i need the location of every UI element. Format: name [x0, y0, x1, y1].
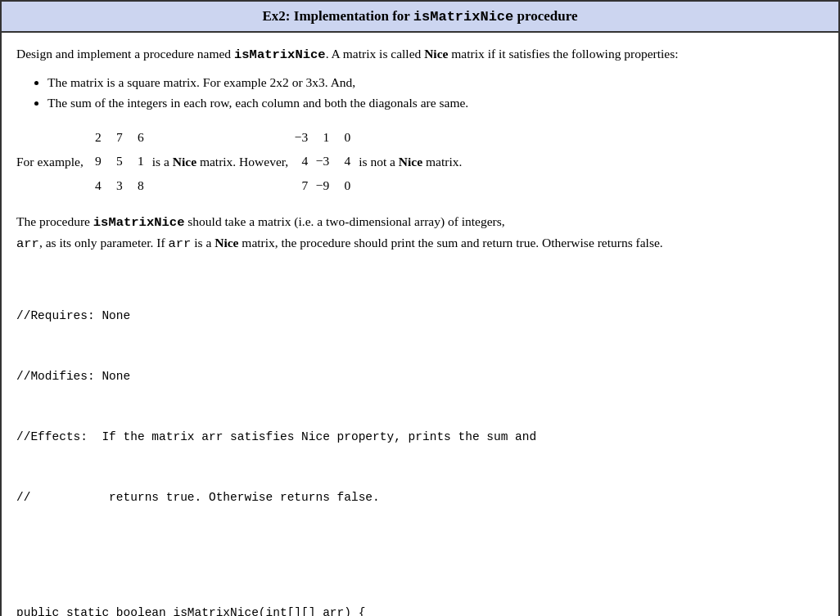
- desc-text7: matrix, the procedure should print the s…: [238, 236, 662, 250]
- method-signature: public static boolean isMatrixNice(int[]…: [16, 602, 824, 616]
- matrix-example-section: For example, 276 951 438 is a Nice matri…: [16, 125, 824, 197]
- proc-mono-desc: isMatrixNice: [93, 215, 185, 230]
- title-bar: Ex2: Implementation for isMatrixNice pro…: [0, 0, 840, 33]
- effects-line2: // returns true. Otherwise returns false…: [16, 488, 824, 508]
- bullet-1: The matrix is a square matrix. For examp…: [47, 73, 824, 93]
- modifies-line: //Modifies: None: [16, 366, 824, 387]
- code-comments: //Requires: None //Modifies: None //Effe…: [16, 266, 824, 548]
- page-container: Ex2: Implementation for isMatrixNice pro…: [0, 0, 840, 616]
- desc-text4: , as its only parameter. If: [39, 236, 169, 250]
- bullet-2: The sum of the integers in each row, eac…: [47, 93, 824, 114]
- requires-line: //Requires: None: [16, 306, 824, 326]
- desc-text1: The procedure: [16, 214, 93, 228]
- desc-text2: should take a matrix (i.e. a two-dimensi…: [184, 214, 504, 228]
- content-area: Design and implement a procedure named i…: [0, 33, 840, 616]
- arr-mono1: arr: [16, 236, 39, 251]
- title-mono: isMatrixNice: [413, 9, 513, 25]
- description-paragraph: The procedure isMatrixNice should take a…: [16, 212, 824, 254]
- desc-text6: is a: [191, 236, 215, 250]
- intro-part3: matrix if it satisfies the following pro…: [448, 47, 678, 61]
- nice-bold-matrix: Nice: [173, 155, 196, 169]
- arr-mono2: arr: [168, 236, 191, 251]
- intro-part2: . A matrix is called: [326, 47, 425, 61]
- is-not-nice-text: is not a Nice matrix.: [359, 149, 462, 174]
- public-method-block: public static boolean isMatrixNice(int[]…: [16, 560, 824, 616]
- matrix2: −310 4−34 7−90: [293, 125, 350, 197]
- procedure-name-intro: isMatrixNice: [234, 47, 326, 62]
- effects-line1: //Effects: If the matrix arr satisfies N…: [16, 427, 824, 447]
- for-example-label: For example,: [16, 149, 84, 174]
- is-nice-text: is a Nice matrix. However,: [152, 149, 288, 174]
- title-suffix: procedure: [513, 8, 577, 24]
- intro-paragraph: Design and implement a procedure named i…: [16, 44, 824, 65]
- nice-bold-matrix2: Nice: [399, 155, 422, 169]
- nice-bold-desc: Nice: [215, 236, 238, 250]
- intro-part1: Design and implement a procedure named: [16, 47, 234, 61]
- matrix1: 276 951 438: [87, 125, 144, 197]
- nice-bold-intro: Nice: [424, 47, 448, 61]
- title-prefix: Ex2: Implementation for: [263, 8, 413, 24]
- bullet-list: The matrix is a square matrix. For examp…: [47, 73, 824, 114]
